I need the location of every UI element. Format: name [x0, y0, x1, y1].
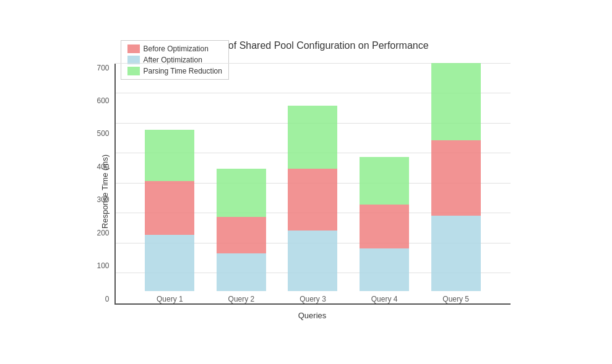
legend-item-after: After Optimization [127, 56, 222, 64]
bar-parsing-query5 [431, 63, 481, 140]
x-label-query4: Query 4 [371, 295, 398, 303]
bar-stack-query2 [217, 169, 266, 290]
y-label-200: 200 [82, 229, 110, 237]
bar-group-query1: Query 1 [145, 130, 194, 303]
bar-parsing-query1 [145, 130, 194, 181]
legend-label-after: After Optimization [144, 56, 202, 64]
bar-before-query4 [360, 205, 409, 249]
bar-group-query3: Query 3 [288, 106, 337, 303]
legend-label-before: Before Optimization [144, 44, 209, 53]
chart-container: Impact of Shared Pool Configuration on P… [65, 15, 548, 349]
legend-item-before: Before Optimization [127, 44, 222, 53]
legend-color-after [127, 56, 140, 64]
bar-before-query5 [431, 140, 481, 216]
bar-stack-query5 [431, 63, 481, 290]
bars-wrapper: Query 1 Query 2 [116, 64, 511, 303]
chart-area: 0 100 200 300 400 500 600 700 [114, 64, 511, 305]
y-label-600: 600 [82, 96, 110, 105]
bar-after-query3 [288, 231, 337, 291]
bar-parsing-query2 [217, 169, 266, 217]
bar-parsing-query4 [360, 157, 409, 205]
bar-stack-query1 [145, 130, 194, 291]
bar-stack-query4 [360, 157, 409, 291]
y-label-500: 500 [82, 129, 110, 138]
y-axis: 0 100 200 300 400 500 600 700 [82, 64, 110, 303]
bar-after-query2 [217, 253, 266, 291]
x-axis-title: Queries [114, 311, 511, 320]
bar-group-query5: Query 5 [431, 63, 481, 303]
bar-after-query1 [145, 235, 194, 290]
y-label-700: 700 [82, 64, 110, 72]
y-label-300: 300 [82, 195, 110, 204]
bar-group-query2: Query 2 [217, 169, 266, 303]
y-label-100: 100 [82, 261, 110, 270]
bar-group-query4: Query 4 [360, 157, 409, 303]
y-label-400: 400 [82, 163, 110, 171]
bar-before-query3 [288, 169, 337, 231]
bar-after-query5 [431, 216, 481, 291]
legend-color-before [127, 44, 140, 53]
bar-stack-query3 [288, 106, 337, 291]
bar-before-query1 [145, 181, 194, 235]
x-label-query3: Query 3 [300, 295, 326, 303]
x-label-query2: Query 2 [228, 295, 255, 303]
x-label-query5: Query 5 [442, 295, 469, 303]
x-label-query1: Query 1 [157, 295, 183, 303]
bar-before-query2 [217, 217, 266, 253]
bar-parsing-query3 [288, 106, 337, 169]
bar-after-query4 [360, 248, 409, 290]
y-label-0: 0 [82, 295, 110, 303]
